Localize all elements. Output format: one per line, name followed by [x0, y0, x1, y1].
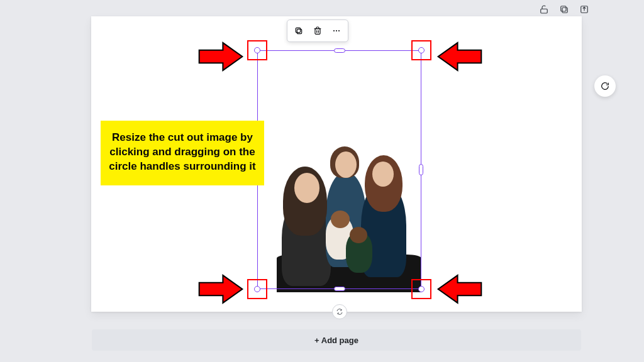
resize-handle-bottom[interactable]	[334, 287, 345, 291]
annotation-note: Resize the cut out image by clicking and…	[101, 121, 264, 185]
add-page-label: + Add page	[314, 336, 358, 345]
svg-rect-5	[297, 29, 301, 33]
more-button[interactable]	[328, 23, 345, 39]
resize-handle-bottom-left[interactable]	[254, 286, 260, 292]
svg-rect-2	[561, 6, 566, 11]
selection-box[interactable]	[257, 50, 421, 289]
regenerate-button[interactable]	[594, 75, 616, 97]
duplicate-button[interactable]	[290, 23, 308, 39]
resize-handle-bottom-right[interactable]	[418, 286, 425, 292]
svg-rect-0	[541, 9, 548, 13]
resize-handle-top[interactable]	[334, 48, 345, 53]
resize-handle-top-left[interactable]	[254, 47, 260, 53]
duplicate-page-icon[interactable]	[558, 4, 570, 15]
add-page-button[interactable]: + Add page	[92, 329, 581, 351]
unlock-icon[interactable]	[538, 4, 550, 15]
svg-rect-1	[562, 8, 567, 13]
svg-point-10	[338, 30, 340, 31]
page-actions-group	[538, 4, 590, 15]
resize-handle-right[interactable]	[419, 164, 423, 175]
delete-button[interactable]	[309, 23, 326, 39]
sync-button[interactable]	[332, 304, 347, 319]
annotation-note-text: Resize the cut out image by clicking and…	[109, 131, 255, 172]
svg-point-8	[333, 30, 335, 31]
resize-handle-top-right[interactable]	[418, 47, 425, 53]
export-icon[interactable]	[579, 4, 590, 15]
svg-rect-7	[315, 29, 320, 35]
svg-point-9	[336, 30, 337, 31]
svg-rect-6	[296, 28, 300, 32]
element-toolbar	[287, 19, 348, 42]
